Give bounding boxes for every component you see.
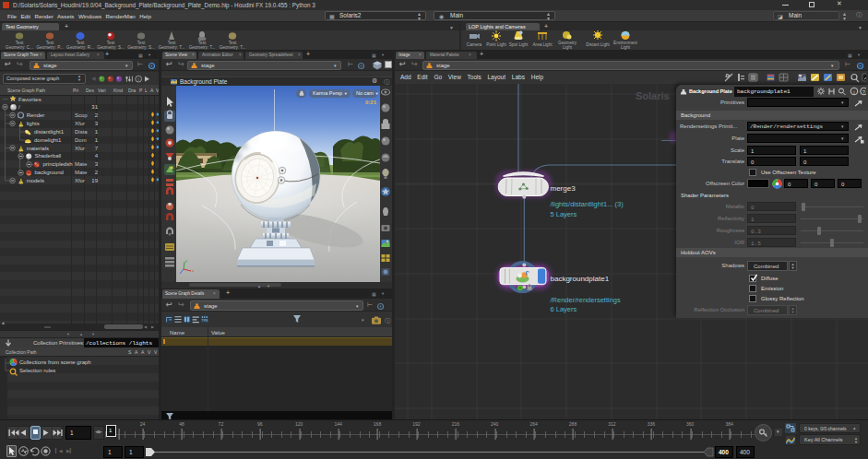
svg-text:Geometry: S...: Geometry: S... [97, 45, 125, 50]
svg-text:Geometry: S...: Geometry: S... [127, 45, 155, 50]
svg-text:backgroundplate1: backgroundplate1 [551, 275, 610, 283]
svg-text:Light: Light [563, 45, 573, 50]
svg-text:merge3: merge3 [551, 184, 577, 193]
svg-text:Spot Light: Spot Light [509, 42, 529, 47]
svg-text:Light: Light [621, 45, 631, 50]
svg-text:Area Light: Area Light [533, 42, 553, 47]
svg-text:y: y [185, 258, 187, 263]
svg-text:i: i [138, 76, 139, 81]
svg-text:Geometry: R...: Geometry: R... [66, 45, 94, 50]
svg-text:Geometry: T...: Geometry: T... [159, 45, 185, 50]
svg-text:Geometry: T...: Geometry: T... [189, 45, 216, 50]
svg-text:x: x [192, 268, 194, 273]
svg-text:Geometry: T...: Geometry: T... [220, 45, 246, 50]
svg-text:/Render/rendersettings: /Render/rendersettings [551, 296, 622, 304]
svg-text:Camera: Camera [467, 42, 482, 47]
svg-text:i: i [853, 89, 854, 95]
svg-text:5 Layers: 5 Layers [551, 210, 577, 218]
svg-text:6 Layers: 6 Layers [551, 305, 577, 313]
svg-text:TRS: TRS [201, 319, 208, 323]
svg-text:/lights/distantlight1... (3): /lights/distantlight1... (3) [551, 200, 624, 208]
svg-text:?: ? [862, 89, 866, 95]
svg-text:Geometry: P...: Geometry: P... [36, 45, 63, 50]
svg-text:Distant Light: Distant Light [586, 42, 610, 47]
svg-text:Geometry: C...: Geometry: C... [6, 45, 33, 50]
svg-text:Point Light: Point Light [486, 42, 506, 47]
